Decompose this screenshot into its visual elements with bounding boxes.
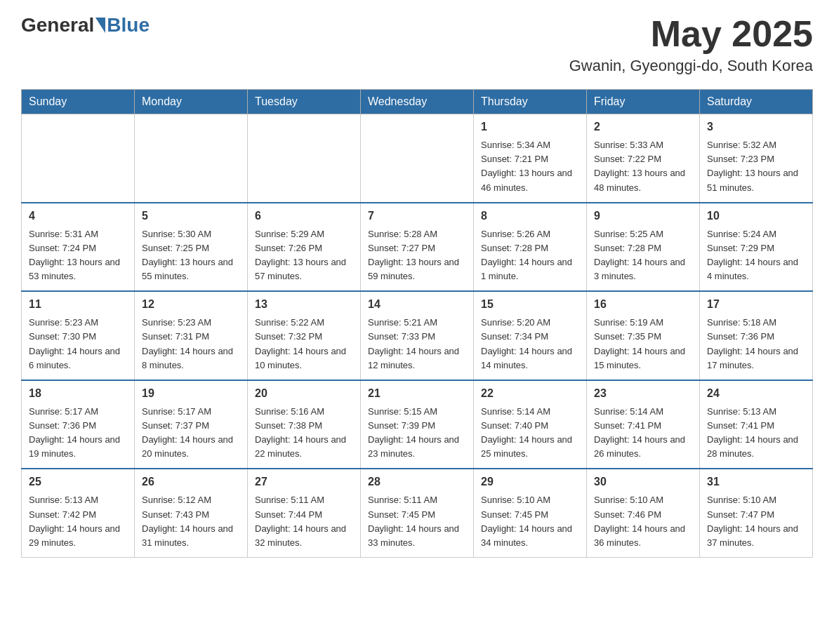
col-sunday: Sunday	[22, 90, 135, 114]
calendar-cell-w5-d1: 25Sunrise: 5:13 AMSunset: 7:42 PMDayligh…	[22, 469, 135, 557]
calendar-cell-w2-d7: 10Sunrise: 5:24 AMSunset: 7:29 PMDayligh…	[700, 203, 813, 292]
day-info: Sunrise: 5:18 AMSunset: 7:36 PMDaylight:…	[707, 316, 805, 373]
day-number: 30	[594, 474, 692, 490]
calendar-cell-w2-d6: 9Sunrise: 5:25 AMSunset: 7:28 PMDaylight…	[587, 203, 700, 292]
day-info: Sunrise: 5:29 AMSunset: 7:26 PMDaylight:…	[255, 227, 353, 284]
calendar-cell-w4-d1: 18Sunrise: 5:17 AMSunset: 7:36 PMDayligh…	[22, 380, 135, 469]
calendar-cell-w4-d5: 22Sunrise: 5:14 AMSunset: 7:40 PMDayligh…	[474, 380, 587, 469]
calendar-cell-w3-d1: 11Sunrise: 5:23 AMSunset: 7:30 PMDayligh…	[22, 291, 135, 380]
calendar-week-4: 18Sunrise: 5:17 AMSunset: 7:36 PMDayligh…	[22, 380, 813, 469]
logo: General Blue	[21, 14, 150, 36]
day-info: Sunrise: 5:26 AMSunset: 7:28 PMDaylight:…	[481, 227, 579, 284]
col-monday: Monday	[135, 90, 248, 114]
logo-triangle-icon	[95, 18, 105, 33]
day-number: 18	[29, 385, 127, 402]
day-info: Sunrise: 5:13 AMSunset: 7:41 PMDaylight:…	[707, 405, 805, 462]
day-number: 6	[255, 208, 353, 224]
day-number: 11	[29, 296, 127, 313]
day-number: 29	[481, 474, 579, 490]
calendar-cell-w3-d7: 17Sunrise: 5:18 AMSunset: 7:36 PMDayligh…	[700, 291, 813, 380]
day-info: Sunrise: 5:33 AMSunset: 7:22 PMDaylight:…	[594, 138, 692, 195]
calendar-cell-w2-d1: 4Sunrise: 5:31 AMSunset: 7:24 PMDaylight…	[22, 203, 135, 292]
day-info: Sunrise: 5:17 AMSunset: 7:37 PMDaylight:…	[142, 405, 240, 462]
day-info: Sunrise: 5:10 AMSunset: 7:46 PMDaylight:…	[594, 493, 692, 550]
day-info: Sunrise: 5:12 AMSunset: 7:43 PMDaylight:…	[142, 493, 240, 550]
calendar-cell-w5-d2: 26Sunrise: 5:12 AMSunset: 7:43 PMDayligh…	[135, 469, 248, 557]
day-number: 24	[707, 385, 805, 402]
calendar-cell-w1-d1	[22, 114, 135, 203]
calendar-cell-w2-d3: 6Sunrise: 5:29 AMSunset: 7:26 PMDaylight…	[248, 203, 361, 292]
calendar-cell-w3-d5: 15Sunrise: 5:20 AMSunset: 7:34 PMDayligh…	[474, 291, 587, 380]
calendar-cell-w1-d4	[361, 114, 474, 203]
day-number: 16	[594, 296, 692, 313]
location-title: Gwanin, Gyeonggi-do, South Korea	[569, 57, 813, 75]
day-number: 5	[142, 208, 240, 224]
day-number: 26	[142, 474, 240, 490]
col-saturday: Saturday	[700, 90, 813, 114]
day-number: 22	[481, 385, 579, 402]
calendar-cell-w2-d5: 8Sunrise: 5:26 AMSunset: 7:28 PMDaylight…	[474, 203, 587, 292]
calendar-cell-w4-d7: 24Sunrise: 5:13 AMSunset: 7:41 PMDayligh…	[700, 380, 813, 469]
day-info: Sunrise: 5:32 AMSunset: 7:23 PMDaylight:…	[707, 138, 805, 195]
day-info: Sunrise: 5:16 AMSunset: 7:38 PMDaylight:…	[255, 405, 353, 462]
day-number: 19	[142, 385, 240, 402]
col-friday: Friday	[587, 90, 700, 114]
day-info: Sunrise: 5:21 AMSunset: 7:33 PMDaylight:…	[368, 316, 466, 373]
day-info: Sunrise: 5:23 AMSunset: 7:31 PMDaylight:…	[142, 316, 240, 373]
calendar-cell-w4-d2: 19Sunrise: 5:17 AMSunset: 7:37 PMDayligh…	[135, 380, 248, 469]
day-info: Sunrise: 5:22 AMSunset: 7:32 PMDaylight:…	[255, 316, 353, 373]
day-number: 20	[255, 385, 353, 402]
day-info: Sunrise: 5:24 AMSunset: 7:29 PMDaylight:…	[707, 227, 805, 284]
day-number: 4	[29, 208, 127, 224]
calendar-week-5: 25Sunrise: 5:13 AMSunset: 7:42 PMDayligh…	[22, 469, 813, 557]
day-info: Sunrise: 5:15 AMSunset: 7:39 PMDaylight:…	[368, 405, 466, 462]
calendar-cell-w1-d3	[248, 114, 361, 203]
day-info: Sunrise: 5:31 AMSunset: 7:24 PMDaylight:…	[29, 227, 127, 284]
calendar-week-1: 1Sunrise: 5:34 AMSunset: 7:21 PMDaylight…	[22, 114, 813, 203]
calendar-cell-w5-d3: 27Sunrise: 5:11 AMSunset: 7:44 PMDayligh…	[248, 469, 361, 557]
day-info: Sunrise: 5:28 AMSunset: 7:27 PMDaylight:…	[368, 227, 466, 284]
calendar-cell-w1-d2	[135, 114, 248, 203]
logo-general-text: General	[21, 14, 94, 36]
calendar-header-row: Sunday Monday Tuesday Wednesday Thursday…	[22, 90, 813, 114]
calendar-cell-w5-d7: 31Sunrise: 5:10 AMSunset: 7:47 PMDayligh…	[700, 469, 813, 557]
day-number: 31	[707, 474, 805, 490]
day-info: Sunrise: 5:34 AMSunset: 7:21 PMDaylight:…	[481, 138, 579, 195]
day-number: 17	[707, 296, 805, 313]
calendar-cell-w5-d6: 30Sunrise: 5:10 AMSunset: 7:46 PMDayligh…	[587, 469, 700, 557]
day-info: Sunrise: 5:11 AMSunset: 7:45 PMDaylight:…	[368, 493, 466, 550]
calendar-cell-w4-d4: 21Sunrise: 5:15 AMSunset: 7:39 PMDayligh…	[361, 380, 474, 469]
calendar-cell-w2-d4: 7Sunrise: 5:28 AMSunset: 7:27 PMDaylight…	[361, 203, 474, 292]
day-info: Sunrise: 5:17 AMSunset: 7:36 PMDaylight:…	[29, 405, 127, 462]
title-section: May 2025 Gwanin, Gyeonggi-do, South Kore…	[569, 14, 813, 75]
calendar-cell-w4-d3: 20Sunrise: 5:16 AMSunset: 7:38 PMDayligh…	[248, 380, 361, 469]
day-number: 9	[594, 208, 692, 224]
col-wednesday: Wednesday	[361, 90, 474, 114]
day-info: Sunrise: 5:30 AMSunset: 7:25 PMDaylight:…	[142, 227, 240, 284]
day-number: 7	[368, 208, 466, 224]
day-number: 21	[368, 385, 466, 402]
calendar-table: Sunday Monday Tuesday Wednesday Thursday…	[21, 89, 813, 558]
day-number: 25	[29, 474, 127, 490]
page-header: General Blue May 2025 Gwanin, Gyeonggi-d…	[21, 14, 813, 75]
day-info: Sunrise: 5:10 AMSunset: 7:47 PMDaylight:…	[707, 493, 805, 550]
day-number: 28	[368, 474, 466, 490]
calendar-cell-w3-d2: 12Sunrise: 5:23 AMSunset: 7:31 PMDayligh…	[135, 291, 248, 380]
logo-blue-text: Blue	[107, 14, 150, 36]
day-info: Sunrise: 5:19 AMSunset: 7:35 PMDaylight:…	[594, 316, 692, 373]
day-info: Sunrise: 5:14 AMSunset: 7:41 PMDaylight:…	[594, 405, 692, 462]
day-info: Sunrise: 5:13 AMSunset: 7:42 PMDaylight:…	[29, 493, 127, 550]
day-info: Sunrise: 5:14 AMSunset: 7:40 PMDaylight:…	[481, 405, 579, 462]
day-info: Sunrise: 5:10 AMSunset: 7:45 PMDaylight:…	[481, 493, 579, 550]
calendar-cell-w3-d6: 16Sunrise: 5:19 AMSunset: 7:35 PMDayligh…	[587, 291, 700, 380]
calendar-cell-w5-d5: 29Sunrise: 5:10 AMSunset: 7:45 PMDayligh…	[474, 469, 587, 557]
day-info: Sunrise: 5:20 AMSunset: 7:34 PMDaylight:…	[481, 316, 579, 373]
day-number: 8	[481, 208, 579, 224]
calendar-cell-w1-d7: 3Sunrise: 5:32 AMSunset: 7:23 PMDaylight…	[700, 114, 813, 203]
day-info: Sunrise: 5:25 AMSunset: 7:28 PMDaylight:…	[594, 227, 692, 284]
calendar-cell-w1-d5: 1Sunrise: 5:34 AMSunset: 7:21 PMDaylight…	[474, 114, 587, 203]
calendar-cell-w3-d3: 13Sunrise: 5:22 AMSunset: 7:32 PMDayligh…	[248, 291, 361, 380]
day-number: 10	[707, 208, 805, 224]
day-number: 13	[255, 296, 353, 313]
calendar-cell-w5-d4: 28Sunrise: 5:11 AMSunset: 7:45 PMDayligh…	[361, 469, 474, 557]
